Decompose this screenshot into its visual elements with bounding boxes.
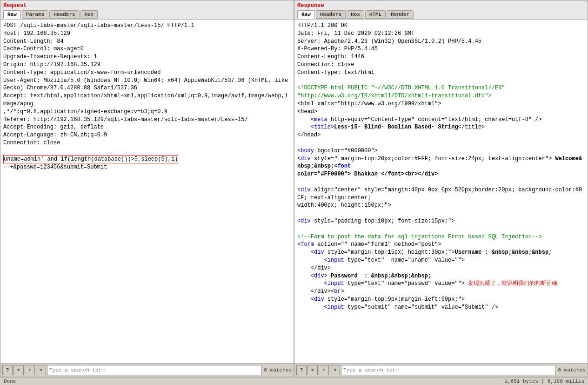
response-panel: Response Raw Headers Hex HTML Render HTT… [294,0,588,377]
response-content: HTTP/1.1 200 OK Date: Fri, 11 Dec 2020 0… [294,20,588,363]
response-comment-chinese: 发现沉睡了，就说明我们的判断正确 [465,280,557,287]
response-matches-label: 0 matches [558,367,586,373]
main-container: Request Raw Params Headers Hex POST /sql… [0,0,588,377]
response-search-next-btn[interactable]: > [330,365,340,375]
tab-hex-request[interactable]: Hex [80,10,98,19]
request-highlight-line: uname=admin' and if(length(database())>5… [3,155,178,164]
tab-raw-request[interactable]: Raw [3,10,21,19]
tab-html-response[interactable]: HTML [365,10,386,19]
request-search-bar: ? < + > 0 matches [0,363,294,377]
request-line-1: POST /sqli-labs-master/sqli-labs-master/… [3,22,291,146]
response-input-uname: <input type="text" name="uname" value=""… [297,257,465,263]
response-search-help-btn[interactable]: ? [296,365,307,375]
request-title: Request [3,2,291,9]
response-title: Response [297,2,585,9]
tab-headers-request[interactable]: Headers [49,10,79,19]
response-comment1: <!--Form to post the data for sql inject… [297,234,542,240]
request-search-next-btn[interactable]: > [36,365,46,375]
request-matches-label: 0 matches [264,367,292,373]
response-title-tag: <title>Less-15- Blind- Boolian Based- St… [297,124,485,130]
response-doctype: <!DOCTYPE html PUBLIC "-//W3C//DTD XHTML… [297,85,505,99]
request-search-input[interactable] [47,365,261,375]
response-div3: <div style="padding-top:10px; font-size:… [297,218,454,224]
response-input-passwd: <input type="text" name="passwd" value="… [297,280,465,287]
response-input-submit: <input type="submit" name="submit" value… [297,304,498,311]
response-div-submit: <div style="margin-top:9px;margin-left:9… [297,296,465,303]
response-head-close: </head> [297,132,321,138]
response-search-input[interactable] [341,365,555,375]
response-meta: <meta http-equiv="Content-Type" content=… [297,116,542,123]
request-header: Request Raw Params Headers Hex [0,0,294,20]
response-tabs: Raw Headers Hex HTML Render [297,10,585,19]
request-panel: Request Raw Params Headers Hex POST /sql… [0,0,294,377]
request-search-help-btn[interactable]: ? [2,365,13,375]
request-content: POST /sqli-labs-master/sqli-labs-master/… [0,20,294,363]
response-div-username: <div style="margin-top:15px; height:30px… [297,249,552,256]
response-header: Response Raw Headers Hex HTML Render [294,0,588,20]
response-head-open: <head> [297,108,317,115]
status-left: Done [4,378,16,384]
status-right: 1,651 bytes | 6,180 millis [504,378,584,384]
response-div1: <div style=" margin-top:20px;color:#FFF;… [297,155,582,178]
tab-raw-response[interactable]: Raw [297,10,315,19]
tab-headers-response[interactable]: Headers [316,10,346,19]
response-http: HTTP/1.1 200 OK Date: Fri, 11 Dec 2020 0… [297,22,481,76]
response-search-add-btn[interactable]: + [319,365,329,375]
status-bar: Done 1,651 bytes | 6,180 millis [0,377,588,385]
request-line-end: --+&passwd=123456&submit=Submit [3,164,107,170]
response-search-bar: ? < + > 0 matches [294,363,588,377]
response-body-open: <body bgcolor="#000000"> [297,148,378,154]
response-div-password: <div> Password : &nbsp;&nbsp;&nbsp; [297,273,431,279]
response-html-open: <html xmlns="http://www.w3.org/1999/xhtm… [297,101,441,107]
request-search-add-btn[interactable]: + [25,365,35,375]
response-div-close1: </div> [297,265,331,271]
tab-hex-response[interactable]: Hex [347,10,364,19]
request-tabs: Raw Params Headers Hex [3,10,291,19]
response-div-close2: </div><br> [297,288,344,295]
tab-params-request[interactable]: Params [22,10,49,19]
response-form: <form action="" name="form1" method="pos… [297,241,441,248]
response-div2: <div align="center" style="margin:40px 0… [297,187,582,209]
response-search-prev-btn[interactable]: < [307,365,318,375]
tab-render-response[interactable]: Render [387,10,414,19]
request-search-prev-btn[interactable]: < [13,365,24,375]
